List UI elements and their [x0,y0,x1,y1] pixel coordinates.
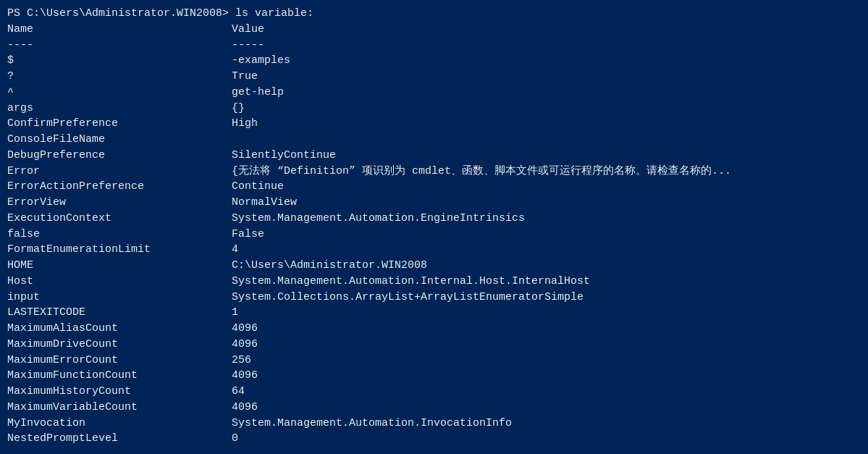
table-row: MaximumVariableCount4096 [7,400,861,416]
variable-name: ExecutionContext [7,211,232,227]
variable-name: MaximumAliasCount [7,321,232,337]
variable-name: ? [7,69,232,85]
variable-value: 1 [232,305,238,321]
table-row: DebugPreferenceSilentlyContinue [7,148,861,164]
variable-value: 4 [232,242,238,258]
variable-name: MyInvocation [7,416,232,432]
table-row: inputSystem.Collections.ArrayList+ArrayL… [7,290,861,306]
separator-value: ----- [232,38,264,54]
variable-name: HOME [7,258,232,274]
variable-name: LASTEXITCODE [7,305,232,321]
variable-value: NormalView [232,195,297,211]
variable-value: True [232,69,258,85]
table-row: ?True [7,69,861,85]
table-row: ExecutionContextSystem.Management.Automa… [7,211,861,227]
table-row: falseFalse [7,227,861,243]
variable-name: ConsoleFileName [7,132,232,148]
variable-value: System.Management.Automation.InvocationI… [232,416,512,432]
variable-name: ConfirmPreference [7,116,232,132]
variable-name: $ [7,53,232,69]
variable-value: System.Collections.ArrayList+ArrayListEn… [232,290,583,306]
variable-name: MaximumFunctionCount [7,368,232,384]
table-row: FormatEnumerationLimit4 [7,242,861,258]
table-row: MyInvocationSystem.Management.Automation… [7,416,861,432]
variable-value: System.Management.Automation.EngineIntri… [232,211,525,227]
variable-name: MaximumErrorCount [7,353,232,369]
table-row: MaximumDriveCount4096 [7,337,861,353]
prompt-text: PS C:\Users\Administrator.WIN2008> ls va… [7,6,313,22]
variable-value: 4096 [232,321,258,337]
variable-name: FormatEnumerationLimit [7,242,232,258]
variable-value: 0 [232,431,238,447]
table-row: ConfirmPreferenceHigh [7,116,861,132]
variable-value: 4096 [232,337,258,353]
table-row: HostSystem.Management.Automation.Interna… [7,274,861,290]
prompt-line: PS C:\Users\Administrator.WIN2008> ls va… [7,6,861,22]
variable-value: 64 [232,384,245,400]
separator-row: ---- ----- [7,38,861,54]
header-row: Name Value [7,22,861,38]
variable-value: 256 [232,353,251,369]
header-value: Value [232,22,264,38]
table-row: MaximumHistoryCount64 [7,384,861,400]
variable-name: DebugPreference [7,148,232,164]
variable-value: get-help [232,85,284,101]
variable-name: NestedPromptLevel [7,431,232,447]
variable-value: False [232,227,264,243]
variable-name: ErrorView [7,195,232,211]
variable-value: SilentlyContinue [232,148,336,164]
variable-value: System.Management.Automation.Internal.Ho… [232,274,590,290]
variable-value: Continue [232,179,284,195]
variable-name: ^ [7,85,232,101]
table-row: ^get-help [7,85,861,101]
separator-name: ---- [7,38,232,54]
variable-value: -examples [232,53,290,69]
variable-rows: $-examples?True^get-helpargs{}ConfirmPre… [7,53,861,447]
variable-value: {无法将 “Definition” 项识别为 cmdlet、函数、脚本文件或可运… [232,164,731,180]
variable-value: 4096 [232,400,258,416]
table-row: ErrorActionPreferenceContinue [7,179,861,195]
table-row: ErrorViewNormalView [7,195,861,211]
terminal-window: PS C:\Users\Administrator.WIN2008> ls va… [0,0,868,454]
table-row: Error{无法将 “Definition” 项识别为 cmdlet、函数、脚本… [7,164,861,180]
variable-name: MaximumVariableCount [7,400,232,416]
variable-name: false [7,227,232,243]
table-row: NestedPromptLevel0 [7,431,861,447]
variable-value: {} [232,101,245,117]
table-row: HOMEC:\Users\Administrator.WIN2008 [7,258,861,274]
table-row: ConsoleFileName [7,132,861,148]
variable-value: C:\Users\Administrator.WIN2008 [232,258,427,274]
variable-name: ErrorActionPreference [7,179,232,195]
variable-value: High [232,116,258,132]
variable-name: args [7,101,232,117]
variable-name: MaximumHistoryCount [7,384,232,400]
variable-name: input [7,290,232,306]
variable-value: 4096 [232,368,258,384]
variable-name: Host [7,274,232,290]
variable-name: Error [7,164,232,180]
table-row: MaximumErrorCount256 [7,353,861,369]
variable-name: MaximumDriveCount [7,337,232,353]
table-row: LASTEXITCODE1 [7,305,861,321]
table-row: MaximumFunctionCount4096 [7,368,861,384]
table-row: $-examples [7,53,861,69]
header-name: Name [7,22,232,38]
table-row: MaximumAliasCount4096 [7,321,861,337]
table-row: args{} [7,101,861,117]
